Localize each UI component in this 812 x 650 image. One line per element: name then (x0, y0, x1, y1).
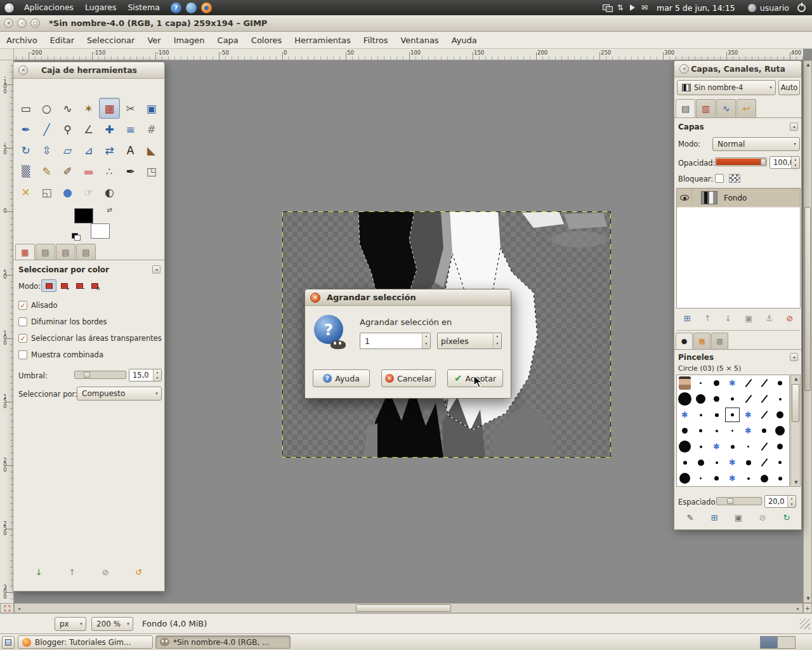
spin-arrows[interactable]: ▴▾ (153, 369, 161, 381)
brush-cell-25[interactable]: ✱ (740, 423, 756, 439)
spacing-slider[interactable] (716, 497, 762, 505)
tool-perspective-clone[interactable]: ◱ (36, 182, 57, 202)
dock-page-tab-2[interactable]: ▤ (36, 244, 55, 260)
opacity-spinbox[interactable]: 100,0 ▴▾ (769, 156, 800, 169)
tool-paths[interactable]: ✒ (15, 119, 36, 140)
brush-cell-45[interactable]: ✱ (724, 470, 740, 486)
unit-combo[interactable]: px ▾ (55, 617, 86, 631)
default-colors-icon[interactable] (72, 233, 80, 240)
select-mode-add[interactable]: + (56, 279, 72, 292)
close-button[interactable]: ✕ (4, 18, 13, 28)
vertical-scroll-thumb[interactable] (804, 207, 811, 391)
opacity-slider-handle[interactable] (761, 159, 766, 165)
lock-alpha-icon[interactable] (729, 174, 740, 183)
spin-arrows[interactable]: ▴▾ (422, 333, 430, 348)
opacity-slider[interactable] (715, 157, 767, 166)
option-muestra-combinada[interactable]: Muestra combinada (18, 347, 163, 363)
brush-cell-46[interactable] (740, 470, 756, 486)
tool-foreground-select[interactable]: ▣ (141, 98, 162, 119)
gnome-menu-sistema[interactable]: Sistema (122, 0, 165, 15)
brush-cell-1[interactable] (693, 375, 709, 391)
collapse-icon[interactable]: ◂ (152, 265, 160, 274)
foreground-color-swatch[interactable] (74, 208, 93, 223)
option-alisado[interactable]: ✓Alisado (18, 297, 163, 314)
brush-cell-8[interactable] (693, 391, 709, 407)
tab-layers[interactable]: ▤ (676, 99, 695, 117)
gimp-menu-colores[interactable]: Colores (245, 32, 288, 49)
brush-cell-28[interactable] (677, 439, 693, 454)
navigation-button[interactable]: + (803, 603, 812, 613)
brush-cell-43[interactable] (693, 470, 709, 486)
maximize-button[interactable]: ▢ (30, 18, 40, 28)
brush-cell-36[interactable] (693, 454, 709, 470)
brush-cell-31[interactable] (724, 439, 740, 454)
tool-blur-sharpen[interactable]: ● (57, 182, 78, 202)
tool-move[interactable]: ✚ (99, 119, 120, 140)
checkbox-seleccionar-las-reas-transparentes[interactable]: ✓ (18, 334, 27, 343)
gnome-menu-aplicaciones[interactable]: Aplicaciones (18, 0, 79, 15)
checkbox-difuminar-los-bordes[interactable] (18, 317, 27, 326)
gimp-menu-archivo[interactable]: Archivo (0, 32, 44, 49)
brush-cell-42[interactable] (677, 470, 693, 486)
brush-cell-18[interactable]: ✱ (740, 407, 756, 423)
tool-rotate[interactable]: ↻ (15, 140, 36, 161)
select-mode-subtract[interactable]: − (72, 279, 87, 292)
brush-cell-10[interactable] (724, 391, 740, 407)
tool-bucket-fill[interactable]: ◣ (141, 140, 162, 161)
save-options-button[interactable]: ↓ (30, 565, 48, 579)
collapse-icon[interactable]: ◂ (790, 353, 798, 361)
brush-cell-37[interactable] (709, 454, 724, 470)
threshold-spinbox[interactable]: 15,0 ▴▾ (129, 369, 162, 381)
unit-selector[interactable]: píxeles ▴▾ (437, 333, 502, 349)
tab-patterns[interactable]: ▦ (693, 333, 710, 349)
network-icon[interactable] (603, 4, 612, 11)
restore-options-button[interactable]: ↑ (63, 565, 81, 579)
duplicate-brush-button[interactable]: ▣ (730, 510, 747, 524)
close-icon[interactable]: ✕ (679, 64, 689, 74)
scroll-up-icon[interactable]: ▲ (791, 376, 801, 381)
tool-eraser[interactable]: ▬ (78, 161, 99, 182)
tool-fuzzy-select[interactable]: ✶ (78, 98, 99, 119)
checkbox-muestra-combinada[interactable] (18, 350, 27, 359)
tab-channels[interactable]: ▥ (696, 99, 716, 117)
tool-scale[interactable]: ⇳ (36, 140, 57, 161)
gimp-menu-filtros[interactable]: Filtros (357, 32, 395, 49)
select-by-combo[interactable]: Compuesto ▾ (77, 387, 162, 401)
threshold-slider-handle[interactable] (84, 372, 90, 378)
taskbar-item-blogger-tutoriales-gim[interactable]: Blogger: Tutoriales Gim... (18, 635, 153, 649)
toolbox-titlebar[interactable]: ✕ Caja de herramientas (13, 62, 164, 79)
gimp-titlebar[interactable]: ✕–▢ *Sin nombre-4.0 (RGB, 1 capa) 259x19… (0, 15, 812, 32)
brush-cell-4[interactable] (740, 375, 756, 391)
brush-cell-21[interactable] (677, 423, 693, 439)
scroll-left-icon[interactable]: ◂ (15, 606, 23, 611)
updown-arrows-icon[interactable]: ⇅ (617, 0, 624, 15)
chat-icon[interactable] (186, 3, 197, 13)
tool-select-by-color[interactable]: ▦ (99, 98, 120, 119)
brush-cell-16[interactable] (709, 407, 724, 423)
tool-rect-select[interactable]: ▭ (15, 98, 36, 119)
layer-row-fondo[interactable]: Fondo (677, 189, 800, 208)
dock-page-tab-3[interactable]: ▤ (56, 244, 75, 260)
brush-cell-29[interactable] (693, 439, 709, 454)
tool-zoom[interactable]: ⚲ (57, 119, 78, 140)
brush-cell-17[interactable] (724, 407, 740, 423)
tool-scissors-select[interactable]: ✂ (120, 98, 141, 119)
close-icon[interactable]: ✕ (310, 293, 320, 303)
gimp-menu-capa[interactable]: Capa (211, 32, 245, 49)
tab-undo-history[interactable]: ↩ (737, 99, 756, 117)
volume-icon[interactable] (630, 4, 635, 11)
tab-gradients[interactable]: ▥ (711, 333, 728, 349)
scroll-down-icon[interactable]: ▼ (791, 480, 801, 485)
tool-smudge[interactable]: ☞ (78, 182, 99, 202)
duplicate-layer-button[interactable]: ▣ (740, 311, 757, 325)
brush-cell-48[interactable] (772, 470, 788, 486)
tab-brushes[interactable]: ● (676, 333, 693, 349)
brush-cell-0[interactable] (677, 375, 693, 391)
edit-brush-button[interactable]: ✎ (681, 510, 699, 524)
horizontal-scrollbar[interactable]: ◂ ▸ (14, 603, 803, 613)
ruler-corner[interactable] (0, 49, 14, 60)
brush-cell-41[interactable] (772, 454, 788, 470)
spin-arrows[interactable]: ▴▾ (791, 157, 799, 168)
brush-cell-12[interactable] (756, 391, 772, 407)
tool-dodge-burn[interactable]: ◐ (99, 182, 120, 202)
